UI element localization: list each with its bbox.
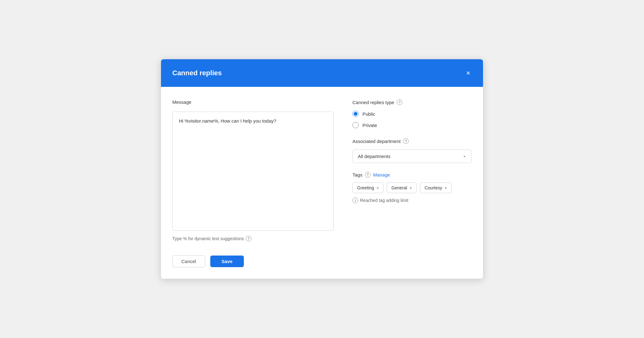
modal-body: Message Type % for dynamic text suggesti… xyxy=(161,87,483,279)
dept-select[interactable]: All departments Sales Support Engineerin… xyxy=(352,150,472,163)
right-column: Canned replies type ? Public Private Ass… xyxy=(352,99,472,267)
radio-private[interactable]: Private xyxy=(352,122,472,128)
modal-title: Canned replies xyxy=(172,69,222,77)
hint-help-icon: ? xyxy=(246,236,251,241)
message-textarea[interactable] xyxy=(172,112,334,231)
dept-section: Associated department ? All departments … xyxy=(352,138,472,163)
cancel-button[interactable]: Cancel xyxy=(172,255,205,267)
footer-actions: Cancel Save xyxy=(172,255,334,267)
tag-greeting-label: Greeting xyxy=(357,185,374,190)
tags-help-icon: ? xyxy=(365,172,371,177)
tags-manage-link[interactable]: Manage xyxy=(373,172,390,177)
type-help-icon: ? xyxy=(397,99,402,105)
tag-courtesy: Courtesy × xyxy=(420,182,452,193)
radio-public-label: Public xyxy=(362,111,375,117)
hint-row: Type % for dynamic text suggestions ? xyxy=(172,236,334,241)
message-label: Message xyxy=(172,99,334,105)
tag-greeting-remove[interactable]: × xyxy=(377,186,379,190)
radio-private-input[interactable] xyxy=(352,122,359,128)
tags-container: Greeting × General × Courtesy × xyxy=(352,182,472,193)
tags-section: Tags ? Manage Greeting × General × Court… xyxy=(352,172,472,203)
tags-label: Tags xyxy=(352,172,362,177)
radio-public-input[interactable] xyxy=(352,111,359,117)
dept-section-title: Associated department ? xyxy=(352,138,472,144)
close-button[interactable]: × xyxy=(465,68,472,78)
tag-greeting: Greeting × xyxy=(352,182,384,193)
tag-courtesy-label: Courtesy xyxy=(425,185,442,190)
tag-general-remove[interactable]: × xyxy=(410,186,412,190)
left-column: Message Type % for dynamic text suggesti… xyxy=(172,99,334,267)
radio-private-label: Private xyxy=(362,123,377,128)
dept-help-icon: ? xyxy=(403,138,409,144)
tags-header: Tags ? Manage xyxy=(352,172,472,177)
tag-general: General × xyxy=(387,182,416,193)
save-button[interactable]: Save xyxy=(210,256,244,267)
modal-header: Canned replies × xyxy=(161,59,483,87)
tag-courtesy-remove[interactable]: × xyxy=(445,186,447,190)
tag-limit-message: i Reached tag adding limit xyxy=(352,198,472,203)
limit-info-icon: i xyxy=(352,198,358,203)
type-radio-group: Public Private xyxy=(352,111,472,128)
tag-general-label: General xyxy=(391,185,407,190)
limit-text: Reached tag adding limit xyxy=(360,198,408,203)
hint-text: Type % for dynamic text suggestions xyxy=(172,236,244,241)
canned-replies-modal: Canned replies × Message Type % for dyna… xyxy=(161,59,483,279)
radio-public[interactable]: Public xyxy=(352,111,472,117)
type-section-title: Canned replies type ? xyxy=(352,99,472,105)
